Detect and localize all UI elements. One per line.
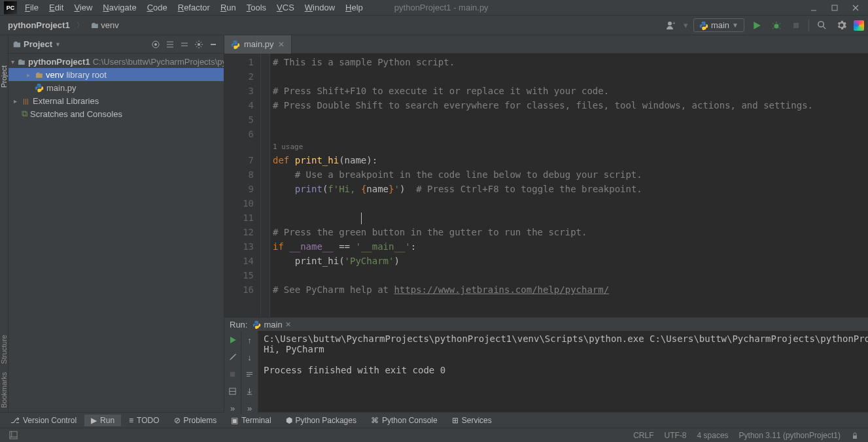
code-line[interactable]: # See PyCharm help at https://www.jetbra… (273, 282, 868, 297)
code-line[interactable] (273, 69, 868, 84)
lock-icon[interactable] (846, 432, 864, 439)
close-run-tab-button[interactable]: ✕ (285, 320, 291, 329)
menu-run[interactable]: Run (215, 1, 241, 14)
tree-row-venv[interactable]: ▸ 🖿 venv library root (9, 68, 224, 81)
breadcrumb-project[interactable]: pythonProject1 (4, 19, 74, 31)
line-number[interactable]: 10 (224, 196, 260, 211)
more-run-nav-button[interactable]: » (243, 401, 256, 415)
code-line[interactable] (273, 268, 868, 282)
project-pane-title[interactable]: 🖿 Project ▼ (12, 39, 145, 49)
line-number[interactable]: 7 (224, 153, 260, 167)
breadcrumb-folder[interactable]: 🖿 venv (86, 19, 123, 31)
code-line[interactable]: # This is a sample Python script. (273, 55, 868, 69)
code-line[interactable]: # Press Shift+F10 to execute it or repla… (273, 84, 868, 98)
line-number[interactable]: 11 (224, 211, 260, 225)
project-tree[interactable]: ▾ 🖿 pythonProject1 C:\Users\buttw\Pychar… (9, 54, 224, 412)
soft-wrap-button[interactable] (243, 367, 256, 381)
tree-row-scratches[interactable]: ⧉ Scratches and Consoles (9, 107, 224, 120)
line-number[interactable]: 13▶ (224, 239, 260, 254)
expand-arrow-icon[interactable]: ▸ (24, 71, 32, 78)
tool-run[interactable]: ▶Run (84, 415, 121, 426)
interpreter-status[interactable]: Python 3.11 (pythonProject1) (734, 431, 846, 440)
code-line[interactable]: # Press Double Shift to search everywher… (273, 98, 868, 112)
encoding-status[interactable]: UTF-8 (659, 431, 692, 440)
menu-help[interactable]: Help (340, 1, 368, 14)
settings-button[interactable] (834, 18, 848, 33)
menu-edit[interactable]: Edit (44, 1, 69, 14)
tool-services[interactable]: ⊞Services (445, 415, 498, 426)
code-area[interactable]: # This is a sample Python script.# Press… (270, 54, 868, 317)
tool-terminal[interactable]: ▣Terminal (224, 415, 277, 426)
rerun-button[interactable] (226, 333, 239, 347)
line-number[interactable]: 9 (224, 182, 260, 196)
bookmarks-tool-button[interactable]: Bookmarks (0, 368, 8, 412)
tool-version-control[interactable]: ⎇Version Control (4, 415, 83, 426)
maximize-button[interactable] (825, 1, 844, 14)
menu-tools[interactable]: Tools (241, 1, 271, 14)
close-button[interactable] (846, 1, 865, 14)
code-line[interactable]: def print_hi(name): (273, 153, 868, 167)
down-stack-button[interactable]: ↓ (243, 350, 256, 364)
line-number[interactable]: 5 (224, 112, 260, 127)
debug-button[interactable] (769, 18, 784, 33)
line-number[interactable]: 16 (224, 282, 260, 297)
config-button[interactable] (226, 350, 239, 364)
structure-tool-button[interactable]: Structure (0, 331, 8, 368)
collapse-all-button[interactable] (178, 38, 191, 51)
add-user-icon[interactable]: + (664, 18, 678, 33)
code-line[interactable]: # Use a breakpoint in the code line belo… (273, 167, 868, 182)
run-config-selector[interactable]: main ▼ (693, 18, 744, 32)
menu-refactor[interactable]: Refactor (173, 1, 215, 14)
line-number[interactable]: 4 (224, 98, 260, 112)
layout-button[interactable] (226, 384, 239, 398)
line-number[interactable]: 15 (224, 268, 260, 282)
menu-file[interactable]: File (20, 1, 44, 14)
expand-arrow-icon[interactable]: ▸ (11, 97, 19, 105)
run-tab[interactable]: main ✕ (252, 320, 290, 330)
expand-arrow-icon[interactable]: ▾ (11, 58, 14, 65)
run-button[interactable] (750, 18, 764, 33)
tool-python-console[interactable]: ⌘Python Console (364, 415, 444, 426)
stop-button[interactable] (789, 18, 803, 33)
line-number-gutter[interactable]: 12345678910111213▶141516 (224, 54, 261, 317)
code-line[interactable] (273, 112, 868, 127)
code-line[interactable]: print(f'Hi, {name}') # Press Ctrl+F8 to … (273, 182, 868, 196)
tool-windows-button[interactable] (4, 431, 23, 439)
hide-pane-button[interactable] (207, 38, 220, 51)
code-line[interactable]: # Press the green button in the gutter t… (273, 225, 868, 239)
menu-navigate[interactable]: Navigate (97, 1, 141, 14)
line-number[interactable]: 12 (224, 225, 260, 239)
editor-tab-mainpy[interactable]: main.py ✕ (224, 35, 292, 54)
tree-row-project-root[interactable]: ▾ 🖿 pythonProject1 C:\Users\buttw\Pychar… (9, 55, 224, 68)
code-line[interactable] (273, 211, 868, 225)
menu-view[interactable]: View (69, 1, 97, 14)
tool-todo[interactable]: ≡TODO (122, 415, 165, 426)
pane-settings-button[interactable] (192, 38, 205, 51)
code-line[interactable]: if __name__ == '__main__': (273, 239, 868, 254)
search-everywhere-button[interactable] (814, 18, 829, 33)
run-output[interactable]: C:\Users\buttw\PycharmProjects\pythonPro… (258, 331, 868, 415)
close-tab-button[interactable]: ✕ (278, 40, 285, 49)
menu-window[interactable]: Window (300, 1, 340, 14)
select-opened-file-button[interactable] (149, 38, 162, 51)
more-run-button[interactable]: » (226, 401, 239, 415)
line-number[interactable]: 1 (224, 55, 260, 69)
menu-code[interactable]: Code (142, 1, 173, 14)
fold-gutter[interactable] (261, 54, 270, 317)
scroll-end-button[interactable] (243, 384, 256, 398)
line-number[interactable]: 6 (224, 127, 260, 141)
line-number[interactable]: 8 (224, 167, 260, 182)
code-line[interactable] (273, 196, 868, 211)
project-tool-button[interactable]: Project (0, 61, 8, 92)
stop-run-button[interactable] (226, 367, 239, 381)
jetbrains-toolbox-icon[interactable] (854, 20, 864, 31)
line-separator-status[interactable]: CRLF (628, 431, 659, 440)
tree-row-external-libraries[interactable]: ▸ ⫼ External Libraries (9, 94, 224, 107)
indent-status[interactable]: 4 spaces (692, 431, 734, 440)
line-number[interactable]: 3 (224, 84, 260, 98)
editor-body[interactable]: 12345678910111213▶141516 # This is a sam… (224, 54, 868, 317)
usage-hint[interactable]: 1 usage (273, 141, 868, 153)
menu-vcs[interactable]: VCS (271, 1, 300, 14)
tree-row-mainpy[interactable]: main.py (9, 81, 224, 94)
line-number[interactable]: 14 (224, 254, 260, 268)
